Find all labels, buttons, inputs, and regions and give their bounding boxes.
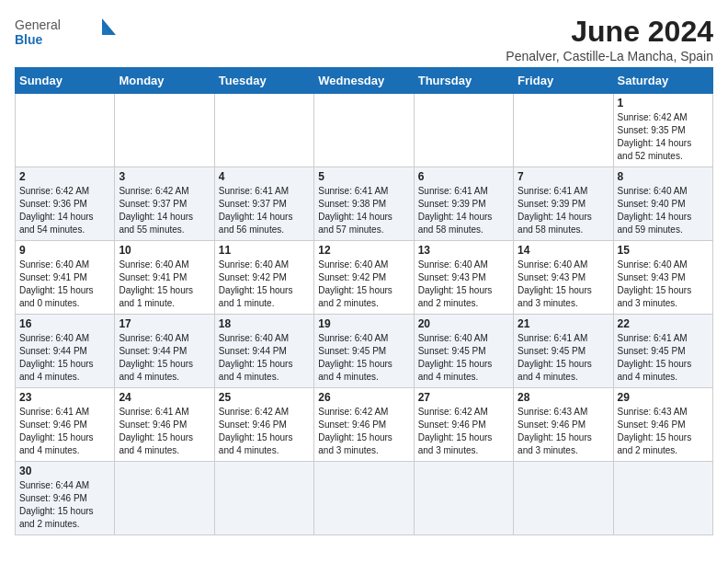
calendar-week-row: 16Sunrise: 6:40 AM Sunset: 9:44 PM Dayli… <box>16 315 713 388</box>
calendar-title: June 2024 <box>506 15 713 49</box>
day-info: Sunrise: 6:41 AM Sunset: 9:46 PM Dayligh… <box>119 406 210 457</box>
calendar-table: Sunday Monday Tuesday Wednesday Thursday… <box>15 67 713 535</box>
title-area: June 2024 Penalver, Castille-La Mancha, … <box>506 15 713 63</box>
calendar-week-row: 2Sunrise: 6:42 AM Sunset: 9:36 PM Daylig… <box>16 167 713 241</box>
table-row: 4Sunrise: 6:41 AM Sunset: 9:37 PM Daylig… <box>214 167 313 241</box>
table-row: 27Sunrise: 6:42 AM Sunset: 9:46 PM Dayli… <box>414 388 513 462</box>
day-info: Sunrise: 6:41 AM Sunset: 9:45 PM Dayligh… <box>618 332 709 384</box>
svg-text:General: General <box>15 17 61 32</box>
day-info: Sunrise: 6:42 AM Sunset: 9:46 PM Dayligh… <box>219 406 310 457</box>
day-info: Sunrise: 6:40 AM Sunset: 9:41 PM Dayligh… <box>119 259 210 310</box>
calendar-week-row: 9Sunrise: 6:40 AM Sunset: 9:41 PM Daylig… <box>16 241 713 315</box>
day-number: 4 <box>219 170 310 183</box>
table-row <box>214 462 313 535</box>
day-number: 12 <box>318 244 409 257</box>
day-number: 30 <box>19 465 110 477</box>
table-row: 29Sunrise: 6:43 AM Sunset: 9:46 PM Dayli… <box>613 388 712 462</box>
table-row: 25Sunrise: 6:42 AM Sunset: 9:46 PM Dayli… <box>214 388 313 462</box>
table-row: 17Sunrise: 6:40 AM Sunset: 9:44 PM Dayli… <box>115 315 214 388</box>
day-number: 16 <box>19 317 110 330</box>
day-info: Sunrise: 6:44 AM Sunset: 9:46 PM Dayligh… <box>19 479 110 531</box>
day-number: 6 <box>418 170 509 183</box>
table-row: 13Sunrise: 6:40 AM Sunset: 9:43 PM Dayli… <box>414 241 513 315</box>
table-row: 5Sunrise: 6:41 AM Sunset: 9:38 PM Daylig… <box>314 167 414 241</box>
table-row: 21Sunrise: 6:41 AM Sunset: 9:45 PM Dayli… <box>514 315 613 388</box>
day-info: Sunrise: 6:43 AM Sunset: 9:46 PM Dayligh… <box>518 406 609 457</box>
table-row: 26Sunrise: 6:42 AM Sunset: 9:46 PM Dayli… <box>314 388 414 462</box>
day-number: 19 <box>318 317 409 330</box>
table-row: 6Sunrise: 6:41 AM Sunset: 9:39 PM Daylig… <box>414 167 513 241</box>
day-number: 22 <box>618 317 709 330</box>
calendar-week-row: 1Sunrise: 6:42 AM Sunset: 9:35 PM Daylig… <box>16 94 713 167</box>
table-row: 22Sunrise: 6:41 AM Sunset: 9:45 PM Dayli… <box>613 315 712 388</box>
table-row: 9Sunrise: 6:40 AM Sunset: 9:41 PM Daylig… <box>16 241 115 315</box>
table-row <box>214 94 313 167</box>
calendar-header-row: Sunday Monday Tuesday Wednesday Thursday… <box>16 68 713 94</box>
day-info: Sunrise: 6:42 AM Sunset: 9:35 PM Dayligh… <box>618 111 709 163</box>
day-number: 15 <box>618 244 709 257</box>
day-number: 14 <box>518 244 609 257</box>
day-number: 25 <box>219 391 310 404</box>
header-tuesday: Tuesday <box>214 68 313 94</box>
table-row <box>414 462 513 535</box>
day-info: Sunrise: 6:42 AM Sunset: 9:46 PM Dayligh… <box>318 406 409 457</box>
table-row <box>314 462 414 535</box>
table-row: 3Sunrise: 6:42 AM Sunset: 9:37 PM Daylig… <box>115 167 214 241</box>
table-row: 15Sunrise: 6:40 AM Sunset: 9:43 PM Dayli… <box>613 241 712 315</box>
table-row <box>115 94 214 167</box>
day-number: 17 <box>119 317 210 330</box>
table-row: 23Sunrise: 6:41 AM Sunset: 9:46 PM Dayli… <box>16 388 115 462</box>
table-row: 11Sunrise: 6:40 AM Sunset: 9:42 PM Dayli… <box>214 241 313 315</box>
table-row: 1Sunrise: 6:42 AM Sunset: 9:35 PM Daylig… <box>613 94 712 167</box>
header-friday: Friday <box>514 68 613 94</box>
day-number: 20 <box>418 317 509 330</box>
table-row: 12Sunrise: 6:40 AM Sunset: 9:42 PM Dayli… <box>314 241 414 315</box>
table-row: 10Sunrise: 6:40 AM Sunset: 9:41 PM Dayli… <box>115 241 214 315</box>
day-info: Sunrise: 6:40 AM Sunset: 9:41 PM Dayligh… <box>19 259 110 310</box>
day-info: Sunrise: 6:40 AM Sunset: 9:44 PM Dayligh… <box>19 332 110 384</box>
header-thursday: Thursday <box>414 68 513 94</box>
day-number: 2 <box>19 170 110 183</box>
day-info: Sunrise: 6:41 AM Sunset: 9:45 PM Dayligh… <box>518 332 609 384</box>
table-row: 28Sunrise: 6:43 AM Sunset: 9:46 PM Dayli… <box>514 388 613 462</box>
day-info: Sunrise: 6:42 AM Sunset: 9:46 PM Dayligh… <box>418 406 509 457</box>
day-number: 9 <box>19 244 110 257</box>
day-number: 24 <box>119 391 210 404</box>
calendar-subtitle: Penalver, Castille-La Mancha, Spain <box>506 49 713 63</box>
header-wednesday: Wednesday <box>314 68 414 94</box>
table-row: 24Sunrise: 6:41 AM Sunset: 9:46 PM Dayli… <box>115 388 214 462</box>
generalblue-logo: General Blue <box>15 15 116 53</box>
header-sunday: Sunday <box>16 68 115 94</box>
day-number: 18 <box>219 317 310 330</box>
day-info: Sunrise: 6:40 AM Sunset: 9:40 PM Dayligh… <box>618 185 709 236</box>
day-number: 3 <box>119 170 210 183</box>
header-area: General Blue June 2024 Penalver, Castill… <box>15 15 713 63</box>
day-number: 23 <box>19 391 110 404</box>
day-info: Sunrise: 6:42 AM Sunset: 9:36 PM Dayligh… <box>19 185 110 236</box>
day-info: Sunrise: 6:40 AM Sunset: 9:44 PM Dayligh… <box>119 332 210 384</box>
day-number: 13 <box>418 244 509 257</box>
day-number: 21 <box>518 317 609 330</box>
logo: General Blue <box>15 15 116 53</box>
day-info: Sunrise: 6:41 AM Sunset: 9:46 PM Dayligh… <box>19 406 110 457</box>
table-row: 30Sunrise: 6:44 AM Sunset: 9:46 PM Dayli… <box>16 462 115 535</box>
day-number: 8 <box>618 170 709 183</box>
day-number: 7 <box>518 170 609 183</box>
day-info: Sunrise: 6:42 AM Sunset: 9:37 PM Dayligh… <box>119 185 210 236</box>
table-row <box>613 462 712 535</box>
day-number: 11 <box>219 244 310 257</box>
day-number: 28 <box>518 391 609 404</box>
day-info: Sunrise: 6:40 AM Sunset: 9:42 PM Dayligh… <box>219 259 310 310</box>
header-saturday: Saturday <box>613 68 712 94</box>
day-info: Sunrise: 6:40 AM Sunset: 9:43 PM Dayligh… <box>518 259 609 310</box>
table-row: 19Sunrise: 6:40 AM Sunset: 9:45 PM Dayli… <box>314 315 414 388</box>
day-info: Sunrise: 6:43 AM Sunset: 9:46 PM Dayligh… <box>618 406 709 457</box>
table-row: 14Sunrise: 6:40 AM Sunset: 9:43 PM Dayli… <box>514 241 613 315</box>
calendar-week-row: 23Sunrise: 6:41 AM Sunset: 9:46 PM Dayli… <box>16 388 713 462</box>
header-monday: Monday <box>115 68 214 94</box>
table-row: 2Sunrise: 6:42 AM Sunset: 9:36 PM Daylig… <box>16 167 115 241</box>
day-number: 29 <box>618 391 709 404</box>
calendar-week-row: 30Sunrise: 6:44 AM Sunset: 9:46 PM Dayli… <box>16 462 713 535</box>
day-info: Sunrise: 6:41 AM Sunset: 9:38 PM Dayligh… <box>318 185 409 236</box>
day-info: Sunrise: 6:40 AM Sunset: 9:44 PM Dayligh… <box>219 332 310 384</box>
